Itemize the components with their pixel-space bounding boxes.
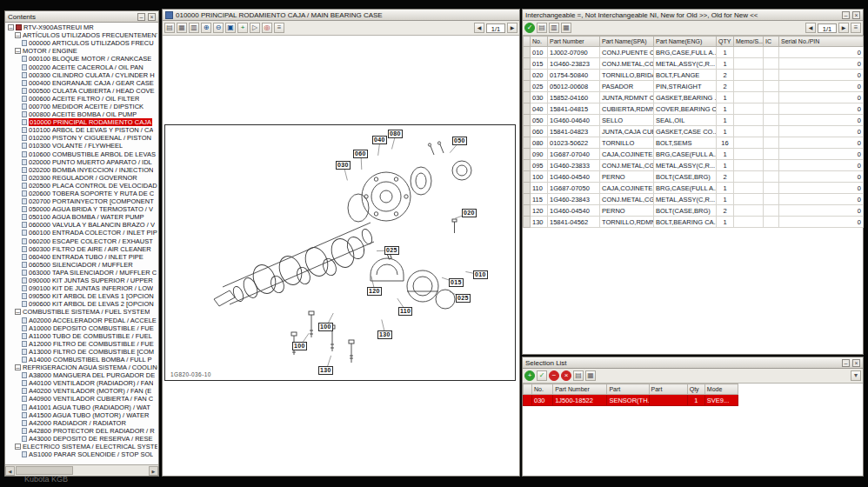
tree-item-000200[interactable]: 000200 ACEITE CACEROLA / OIL PAN (6, 63, 157, 70)
tree-item-AS1000[interactable]: AS1000 PARAR SOLENOIDE / STOP SOL (6, 450, 157, 458)
scroll-right-icon[interactable]: ▶ (149, 466, 158, 476)
tree-item-020300[interactable]: 020300 REGULADOR / GOVERNOR (6, 174, 157, 182)
tree-item-020600[interactable]: 020600 TOBERA SOPORTE Y RUTA DE C (6, 190, 157, 197)
tree-item-A10000[interactable]: A10000 DEPOSITO COMBUSTIBLE / FUE (6, 324, 157, 332)
callout-050[interactable]: 050 (452, 137, 467, 145)
tree-item-090500[interactable]: 090500 KIT ARBOL DE LEVAS 1 [OPCION (6, 292, 157, 300)
col-header-qty[interactable]: QTY (717, 37, 734, 47)
callout-010[interactable]: 010 (473, 270, 488, 279)
tree-item-060100[interactable]: 060100 ENTRADA COLECTOR / INLET PIPE (6, 229, 157, 237)
col-header-eng[interactable]: Part (649, 384, 687, 395)
tree-item-063000[interactable]: 063000 TAPA SILENCIADOR / MUFFLER C (6, 269, 157, 277)
col-header-ic[interactable]: IC (764, 37, 779, 47)
callout-030[interactable]: 030 (336, 161, 351, 170)
tree-item-000600[interactable]: 000600 ACEITE FILTRO / OIL FILTER (6, 95, 157, 103)
part-row-015[interactable]: 0151G460-23823CONJ.METAL,CG...METAL,ASSY… (524, 58, 864, 70)
tree-item-A11000[interactable]: A11000 TUBO DE COMBUSTIBLE / FUEL (6, 332, 157, 340)
options-icon[interactable]: ▾ (851, 370, 861, 381)
tree-item-060300[interactable]: 060300 FILTRO DE AIRE / AIR CLEANER (6, 245, 157, 253)
tree-item-000000[interactable]: 000000 ARTICULOS UTILIZADOS FRECU (6, 39, 157, 47)
part-row-080[interactable]: 08001023-50622TORNILLOBOLT,SEMS160 (524, 137, 864, 149)
collapse-icon[interactable]: – (15, 444, 21, 450)
part-row-030[interactable]: 03015852-04160JUNTA,RDMNT CJGASKET,BEARI… (524, 92, 864, 103)
collapse-icon[interactable]: – (15, 309, 21, 315)
col-header-mode[interactable]: Mode (704, 384, 738, 395)
callout-025[interactable]: 025 (384, 246, 399, 255)
col-header-no[interactable]: No. (531, 37, 548, 47)
diagram-canvas[interactable]: 0400800500600300200250100150251201101001… (163, 36, 519, 476)
tree-item-A40100[interactable]: A40100 VENTILADOR (RADIADOR) / FAN (6, 379, 157, 387)
col-header-pn[interactable]: Part Number (553, 384, 607, 395)
col-header-spa[interactable]: Part (607, 384, 649, 395)
callout-110[interactable]: 110 (398, 307, 412, 316)
zoom-fit-icon[interactable]: ▣ (225, 23, 236, 33)
tree-item-020700[interactable]: 020700 PORTAINYECTOR [COMPONENT (6, 197, 157, 205)
col-header-qty[interactable]: Qty (687, 384, 704, 395)
part-row-060[interactable]: 06015841-04823JUNTA,CAJA CUB...GASKET,CA… (524, 126, 864, 137)
part-row-090[interactable]: 0901G687-07040CAJA,COJINETE...BRG,CASE(F… (524, 149, 864, 160)
selection-row-030[interactable]: 0301J500-18522SENSOR(TH...1SVE9... (524, 395, 738, 406)
tree-item-A12000[interactable]: A12000 FILTRO DE COMBUSTIBLE / FUE (6, 340, 157, 348)
collapse-icon[interactable]: – (15, 48, 21, 54)
tree-item-000400[interactable]: 000400 ENGRANAJE CAJA / GEAR CASE (6, 79, 157, 87)
next-page-icon[interactable]: ▶ (507, 23, 517, 33)
callout-100[interactable]: 100 (292, 342, 307, 350)
tree-group[interactable]: –ARTÍCULOS UTILIZADOS FRECUENTEMENTE (6, 31, 157, 39)
tree-item-A41500[interactable]: A41500 AGUA TUBO (MOTOR) / WATER (6, 411, 157, 419)
save-icon[interactable]: ▦ (585, 370, 596, 381)
tree-item-090000[interactable]: 090000 KIT JUNTAS SUPERIOR / UPPER (6, 277, 157, 284)
tree-item-090600[interactable]: 090600 KIT ARBOL DE LEVAS 2 [OPCION (6, 300, 157, 308)
callout-080[interactable]: 080 (388, 130, 403, 138)
col-header-spa[interactable]: Part Name(SPA) (600, 37, 654, 47)
close-icon[interactable]: × (148, 13, 156, 21)
tree-item-060200[interactable]: 060200 ESCAPE COLECTOR / EXHAUST (6, 237, 157, 245)
prev-page-icon[interactable]: ◀ (805, 23, 816, 33)
tree-item-A40200[interactable]: A40200 VENTILADOR (MOTOR) / FAN (E (6, 387, 157, 395)
callout-020[interactable]: 020 (462, 209, 477, 217)
tree-item-A43000[interactable]: A43000 DEPOSITO DE RESERVA / RESE (6, 435, 157, 443)
pin-icon[interactable]: – (842, 11, 850, 19)
tree-item-000300[interactable]: 000300 CILINDRO CULATA / CYLINDER H (6, 71, 157, 79)
select-icon[interactable]: ▷ (250, 23, 260, 33)
tree-group[interactable]: –ELECTRICO SISTEMA / ELECTRICAL SYSTEM (6, 443, 157, 450)
tree-item-000800[interactable]: 000800 ACEITE BOMBA / OIL PUMP (6, 110, 157, 118)
callout-015[interactable]: 015 (449, 278, 464, 287)
tree-root[interactable]: –RTV-X900ASTREUI MR (6, 23, 157, 31)
settings-icon[interactable]: ≡ (274, 23, 284, 33)
col-header-serial[interactable]: Serial No./PIN (779, 37, 864, 47)
col-header-pn[interactable]: Part Number (548, 37, 600, 47)
tree-item-020500[interactable]: 020500 PLACA CONTROL DE VELOCIDAD (6, 182, 157, 190)
part-row-020[interactable]: 02001754-50840TORNILLO,BRIDABOLT,FLANGE2… (524, 70, 864, 81)
tree-item-000100[interactable]: 000100 BLOQUE MOTOR / CRANKCASE (6, 55, 157, 63)
callout-130[interactable]: 130 (318, 366, 333, 375)
part-row-095[interactable]: 0951G460-23833CONJ.METAL,CG...METAL,ASSY… (524, 160, 864, 171)
col-header-sel[interactable] (524, 384, 532, 395)
pan-icon[interactable]: + (237, 23, 248, 33)
tree-item-A40900[interactable]: A40900 VENTILADOR CUBIERTA / FAN C (6, 395, 157, 403)
tree-item-090100[interactable]: 090100 KIT DE JUNTAS INFERIOR / LOW (6, 284, 157, 292)
tree-item-A14000[interactable]: A14000 COMBUSTIBEL BOMBA / FULL P (6, 356, 157, 364)
part-row-130[interactable]: 13015841-04562TORNILLO,RDMN...BOLT,BEARI… (524, 217, 864, 228)
callout-060[interactable]: 060 (353, 150, 368, 158)
close-icon[interactable]: × (852, 11, 860, 19)
tree-item-020200[interactable]: 020200 BOMBA INYECCION / INJECTION (6, 166, 157, 174)
part-row-110[interactable]: 1101G687-07050CAJA,COJINETE...BRG,CASE(F… (524, 183, 864, 194)
col-header-sel[interactable] (524, 37, 531, 47)
collapse-icon[interactable]: – (15, 364, 21, 370)
tree-item-A38000[interactable]: A38000 MANGUERA DEL PURGADOR DE (6, 371, 157, 379)
callout-100[interactable]: 100 (318, 323, 333, 331)
export-icon[interactable]: ▦ (177, 23, 187, 33)
tree-item-060500[interactable]: 060500 SILENCIADOR / MUFFLER (6, 261, 157, 269)
remove-icon[interactable]: − (549, 370, 559, 381)
apply-icon[interactable]: ✓ (524, 23, 535, 33)
tree-item-A13000[interactable]: A13000 FILTRO DE COMBUSTIBLE [COM (6, 348, 157, 356)
zoom-out-icon[interactable]: ⊖ (213, 23, 224, 33)
zoom-in-icon[interactable]: ⊕ (201, 23, 211, 33)
part-row-040[interactable]: 04015841-04815CUBIERTA,RDMN...COVER,BEAR… (524, 103, 864, 115)
prev-page-icon[interactable]: ◀ (474, 23, 484, 33)
callout-120[interactable]: 120 (367, 287, 382, 296)
print-icon[interactable]: ▤ (573, 370, 584, 381)
next-page-icon[interactable]: ▶ (838, 23, 849, 33)
tree-item-060000[interactable]: 060000 VALVULA Y BALANCIN BRAZO / V (6, 221, 157, 229)
callout-025[interactable]: 025 (456, 294, 471, 303)
